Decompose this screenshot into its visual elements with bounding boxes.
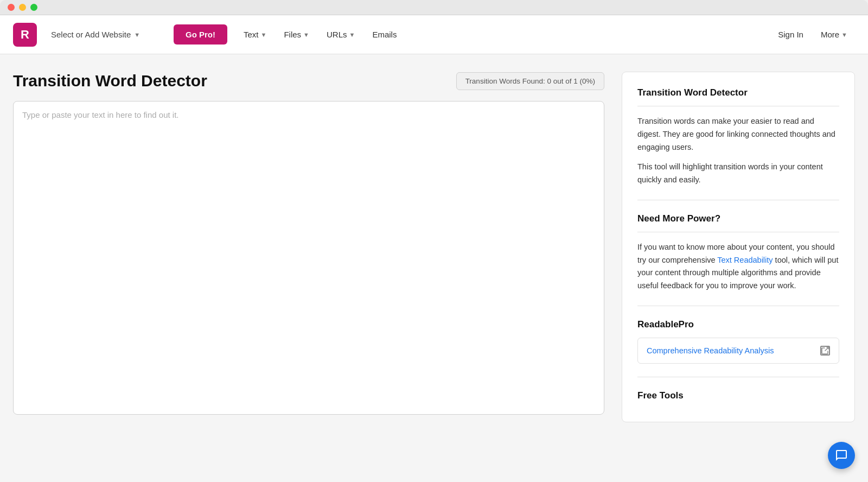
more-chevron: ▼ (841, 31, 847, 38)
nav-item-text[interactable]: Text ▼ (236, 26, 274, 43)
sidebar-section-power: Need More Power? If you want to know mor… (637, 213, 839, 307)
text-editor[interactable] (22, 110, 595, 403)
nav-right: Sign In More ▼ (770, 26, 855, 43)
page-title: Transition Word Detector (13, 72, 207, 90)
files-nav-chevron: ▼ (303, 31, 309, 38)
page-header: Transition Word Detector Transition Word… (13, 72, 604, 90)
sidebar-section2-text: If you want to know more about your cont… (637, 241, 839, 293)
sidebar-section4-title: Free Tools (637, 390, 839, 401)
app-logo[interactable]: R (13, 23, 37, 47)
status-badge: Transition Words Found: 0 out of 1 (0%) (456, 72, 604, 90)
left-panel: Transition Word Detector Transition Word… (13, 72, 604, 415)
external-link-icon (820, 346, 830, 356)
sidebar-section3-title: ReadablePro (637, 319, 839, 330)
traffic-light-yellow[interactable] (19, 4, 26, 11)
nav-item-emails[interactable]: Emails (365, 26, 404, 43)
section1-divider (637, 106, 839, 106)
sidebar-section-detector: Transition Word Detector Transition word… (637, 87, 839, 200)
go-pro-button[interactable]: Go Pro! (174, 24, 227, 45)
sign-in-button[interactable]: Sign In (770, 26, 811, 43)
nav-item-urls[interactable]: URLs ▼ (319, 26, 362, 43)
traffic-light-green[interactable] (30, 4, 37, 11)
sidebar-section1-p2: This tool will highlight transition word… (637, 161, 839, 187)
header: R Select or Add Website ▼ Go Pro! Text ▼… (0, 15, 868, 54)
sidebar-section2-p1: If you want to know more about your cont… (637, 241, 839, 293)
window-chrome (0, 0, 868, 15)
text-readability-link[interactable]: Text Readability (717, 256, 773, 264)
sidebar-section1-title: Transition Word Detector (637, 87, 839, 98)
nav-item-files[interactable]: Files ▼ (276, 26, 317, 43)
nav-items: Text ▼ Files ▼ URLs ▼ Emails (236, 26, 762, 43)
website-selector-chevron: ▼ (134, 31, 140, 38)
readablepro-card[interactable]: Comprehensive Readability Analysis (637, 338, 839, 364)
section2-divider (637, 232, 839, 232)
sidebar-section1-text: Transition words can make your easier to… (637, 115, 839, 187)
text-area-container (13, 101, 604, 415)
traffic-light-red[interactable] (8, 4, 15, 11)
chat-support-button[interactable] (828, 442, 855, 469)
website-selector-label: Select or Add Website (51, 30, 131, 39)
urls-nav-chevron: ▼ (349, 31, 355, 38)
sidebar-section-free-tools: Free Tools (637, 390, 839, 409)
main-content: Transition Word Detector Transition Word… (0, 54, 868, 482)
sidebar-section-readablepro: ReadablePro Comprehensive Readability An… (637, 319, 839, 377)
text-nav-chevron: ▼ (261, 31, 267, 38)
right-panel: Transition Word Detector Transition word… (622, 72, 855, 422)
more-menu[interactable]: More ▼ (813, 26, 855, 43)
sidebar-section2-title: Need More Power? (637, 213, 839, 224)
readablepro-card-link[interactable]: Comprehensive Readability Analysis (647, 346, 774, 355)
sidebar-section1-p1: Transition words can make your easier to… (637, 115, 839, 154)
website-selector[interactable]: Select or Add Website ▼ (46, 27, 165, 42)
